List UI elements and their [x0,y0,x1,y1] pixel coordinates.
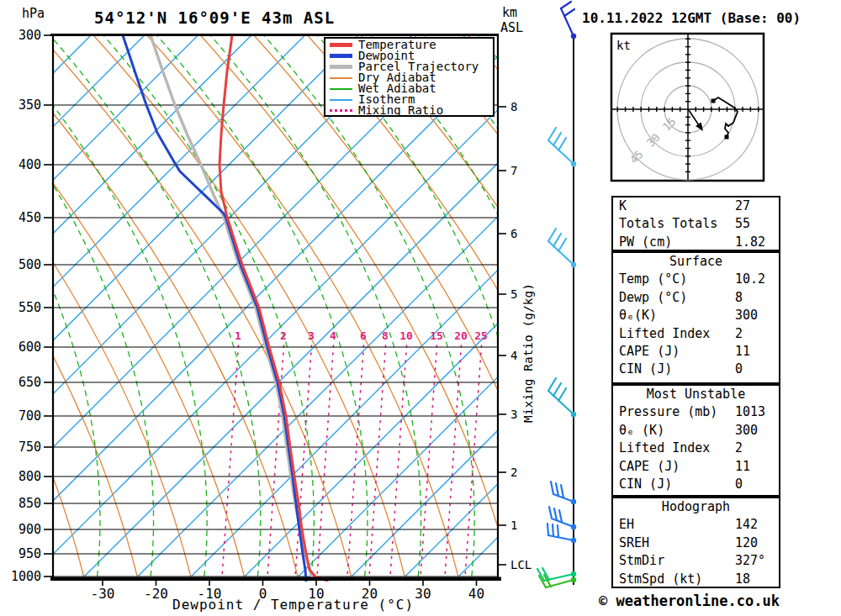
row-label: θₑ (K) [619,423,664,438]
wind-barb-staff [537,2,576,587]
table-row: StmDir327° [613,552,779,570]
row-value: 10.2 [735,271,765,288]
svg-text:900: 900 [19,522,41,537]
row-value: 327° [735,552,765,570]
table-row: Pressure (mb)1013 [613,403,779,421]
hodograph: kt153045 [611,34,764,181]
row-label: Pressure (mb) [619,404,717,419]
row-value: 8 [735,289,743,307]
svg-text:1: 1 [510,519,517,532]
row-label: StmSpd (kt) [619,571,702,587]
svg-text:1000: 1000 [11,569,41,584]
svg-text:4: 4 [330,329,336,342]
svg-text:300: 300 [19,28,41,43]
wind-barb [548,229,576,267]
x-axis-label: Dewpoint / Temperature (°C) [172,597,414,613]
svg-text:800: 800 [19,469,41,484]
svg-text:2: 2 [280,329,287,342]
svg-text:20: 20 [454,329,468,342]
svg-text:1: 1 [235,329,241,342]
legend-swatch-isotherm [330,99,352,101]
svg-text:30: 30 [415,586,431,602]
svg-text:5: 5 [510,287,517,301]
svg-text:15: 15 [430,329,443,342]
wind-barb [561,2,576,39]
table-row: Lifted Index2 [613,440,779,457]
svg-text:850: 850 [19,496,41,511]
svg-text:8: 8 [510,100,517,113]
page-title: 54°12'N 16°09'E 43m ASL [94,8,335,27]
legend: TemperatureDewpointParcel TrajectoryDry … [324,37,495,117]
table-row: Lifted Index2 [613,325,779,343]
table-row: StmSpd (kt)18 [613,571,779,588]
svg-text:-30: -30 [91,586,115,602]
legend-entry: Mixing Ratio [325,105,493,116]
svg-text:350: 350 [19,97,41,113]
table-row: SREH120 [613,534,779,552]
svg-text:2: 2 [510,466,517,479]
row-label: Lifted Index [619,326,710,341]
row-label: Temp (°C) [619,271,687,287]
row-value: 300 [735,307,758,324]
row-label: EH [619,517,634,532]
row-label: StmDir [619,553,664,568]
table-surface: SurfaceTemp (°C)10.2Dewp (°C)8θₑ(K)300Li… [611,251,780,384]
skewt-sounding-page: 1234681015202530035040045050055060065070… [0,0,841,616]
table-row: PW (cm)1.82 [613,234,779,251]
table-row: CIN (J)0 [613,361,779,378]
pressure-axis-unit: hPa [22,6,45,21]
svg-text:400: 400 [19,157,41,172]
table-most-unstable: Most UnstablePressure (mb)1013θₑ (K)300L… [611,384,780,497]
svg-text:6: 6 [360,329,367,342]
row-label: Dewp (°C) [619,290,687,305]
svg-text:750: 750 [19,440,41,455]
svg-text:6: 6 [510,227,517,240]
table-header: Most Unstable [613,386,779,403]
sounding-curves [123,35,327,582]
svg-text:450: 450 [19,210,41,225]
wind-barb [537,568,576,581]
row-label: PW (cm) [619,234,672,250]
row-label: K [619,198,627,213]
row-value: 27 [735,197,750,215]
svg-text:500: 500 [19,257,41,272]
curve-parcel-trajectory [151,35,312,578]
row-value: 1013 [735,403,765,421]
wind-barb [548,378,576,417]
run-datetime: 10.11.2022 12GMT (Base: 00) [582,10,801,26]
table-row: CAPE (J)11 [613,458,779,476]
svg-text:40: 40 [468,586,484,602]
pressure-tick-labels: 3003504004505005506006507007508008509009… [11,28,41,584]
row-label: Lifted Index [619,440,710,455]
svg-text:8: 8 [382,329,389,342]
row-value: 18 [735,571,750,588]
svg-text:600: 600 [19,340,41,355]
row-label: CAPE (J) [619,344,680,359]
table-row: Dewp (°C)8 [613,289,779,307]
svg-text:3: 3 [510,408,517,421]
svg-text:25: 25 [474,329,488,342]
row-label: CAPE (J) [619,459,680,474]
legend-swatch-mixing-ratio [330,109,352,112]
table-row: θₑ (K)300 [613,422,779,440]
hodograph-unit-label: kt [616,39,631,52]
table-row: Temp (°C)10.2 [613,271,779,288]
row-value: 1.82 [735,234,765,251]
row-value: 0 [735,476,743,493]
row-label: Totals Totals [619,216,717,231]
wind-barb [551,482,576,504]
table-header: Surface [613,253,779,271]
row-label: SREH [619,535,649,550]
svg-text:-20: -20 [144,586,168,602]
svg-text:4: 4 [510,349,517,362]
svg-text:700: 700 [19,408,41,424]
table-header: Hodograph [613,498,779,516]
mixing-ratio-labels: 12346810152025 [235,329,488,342]
table-row: K27 [613,197,779,215]
table-row: θₑ(K)300 [613,307,779,324]
svg-text:650: 650 [19,375,41,390]
row-value: 11 [735,343,750,361]
legend-label: Mixing Ratio [358,105,443,116]
svg-text:LCL: LCL [510,558,532,571]
row-value: 11 [735,458,750,476]
